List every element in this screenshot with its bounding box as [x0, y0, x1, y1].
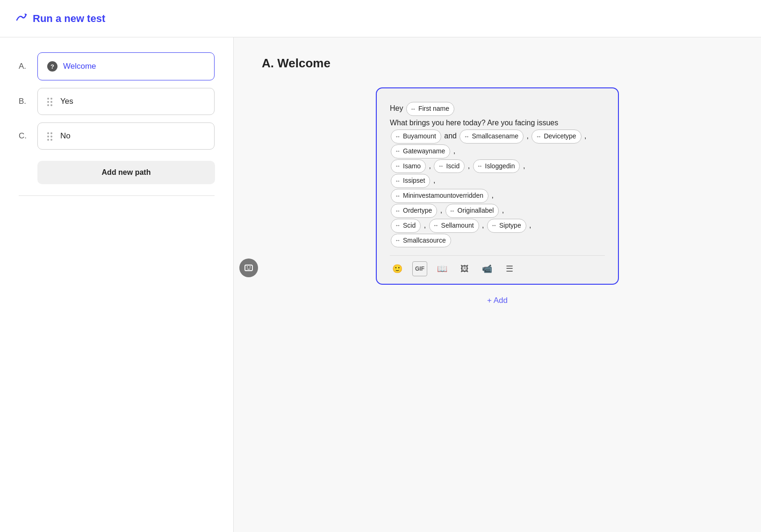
var-buyamount-label: Buyamount: [403, 131, 436, 142]
question-icon: ?: [47, 61, 57, 72]
add-path-button[interactable]: Add new path: [37, 161, 215, 184]
option-label-c: C.: [19, 131, 30, 141]
left-panel: A. ? Welcome B. Yes C.: [0, 37, 234, 532]
var-tag-sellamount: ↔ Sellamount: [429, 219, 479, 233]
var-tag-originallabel: ↔ Originallabel: [445, 204, 499, 218]
book-icon[interactable]: 📖: [435, 261, 450, 276]
arrows-icon-3: ↔: [464, 132, 469, 141]
option-text-c: No: [60, 131, 71, 141]
list-icon[interactable]: ☰: [502, 261, 517, 276]
option-label-b: B.: [19, 97, 30, 106]
var-tag-smallcasename: ↔ Smallcasename: [459, 129, 524, 144]
right-panel: A. Welcome Hey ↔ First name: [234, 37, 761, 532]
option-label-a: A.: [19, 62, 30, 71]
divider: [19, 195, 215, 196]
svg-rect-0: [245, 265, 252, 271]
svg-rect-2: [250, 266, 251, 267]
message-wrapper: Hey ↔ First name What brings you here to…: [262, 87, 733, 285]
message-content: Hey ↔ First name What brings you here to…: [390, 101, 605, 248]
main-layout: A. ? Welcome B. Yes C.: [0, 37, 761, 532]
option-text-a: Welcome: [63, 62, 96, 71]
var-tag-firstname: ↔ First name: [406, 102, 454, 116]
section-title: A. Welcome: [262, 56, 733, 71]
body-text1: What brings you here today? Are you faci…: [390, 119, 558, 127]
video-icon[interactable]: 📹: [480, 261, 495, 276]
var-tag-smallcasesource: ↔ Smallcasource: [391, 234, 451, 248]
dots-icon-c: [47, 132, 55, 140]
option-row-b: B. Yes: [19, 88, 215, 115]
var-tag-issipset: ↔ Issipset: [391, 174, 430, 188]
arrows-icon-2: ↔: [395, 132, 401, 141]
dots-icon-b: [47, 98, 55, 105]
bot-avatar: [239, 259, 258, 277]
header-title[interactable]: Run a new test: [15, 11, 105, 27]
message-toolbar: 🙂 GIF 📖 🖼 📹 ☰: [390, 255, 605, 276]
connector-and: and: [444, 132, 457, 140]
var-tag-buyamount: ↔ Buyamount: [391, 129, 441, 144]
arrows-icon: ↔: [410, 104, 416, 114]
gif-icon[interactable]: GIF: [412, 261, 427, 276]
run-test-icon: [15, 11, 28, 27]
option-card-b[interactable]: Yes: [37, 88, 215, 115]
section-label: A.: [262, 56, 274, 70]
svg-rect-1: [247, 266, 248, 267]
emoji-icon[interactable]: 🙂: [390, 261, 405, 276]
var-tag-gatewayname: ↔ Gatewayname: [391, 144, 450, 158]
add-action[interactable]: + Add: [487, 296, 508, 305]
var-tag-mininvest: ↔ Mininvestamountoverridden: [391, 189, 488, 203]
var-firstname-label: First name: [418, 103, 449, 115]
add-label: + Add: [487, 296, 508, 305]
image-icon[interactable]: 🖼: [457, 261, 472, 276]
var-tag-ordertype: ↔ Ordertype: [391, 204, 437, 218]
var-smallcasename-label: Smallcasename: [472, 131, 518, 142]
message-card: Hey ↔ First name What brings you here to…: [376, 87, 619, 285]
option-row-c: C. No: [19, 122, 215, 150]
var-tag-isloggedin: ↔ Isloggedin: [473, 159, 520, 173]
var-tag-scid: ↔ Scid: [391, 219, 421, 233]
option-row-a: A. ? Welcome: [19, 52, 215, 80]
intro-text: Hey: [390, 104, 403, 112]
var-tag-isamo: ↔ Isamo: [391, 159, 426, 173]
var-tag-devicetype: ↔ Devicetype: [531, 129, 581, 144]
var-tag-siptype: ↔ Siptype: [487, 219, 526, 233]
option-text-b: Yes: [60, 97, 73, 106]
var-tag-iscid: ↔ Iscid: [434, 159, 465, 173]
option-card-a[interactable]: ? Welcome: [37, 52, 215, 80]
option-card-c[interactable]: No: [37, 122, 215, 150]
header: Run a new test: [0, 0, 761, 37]
